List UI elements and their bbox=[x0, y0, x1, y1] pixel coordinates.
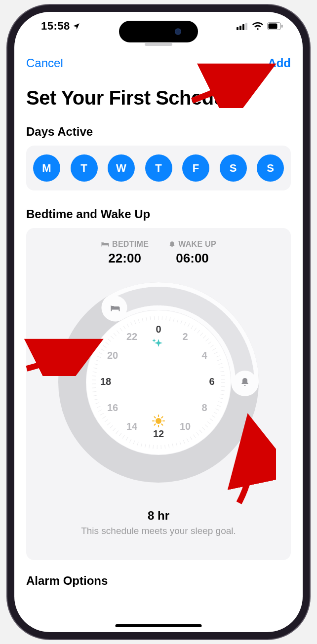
sleep-heading: Bedtime and Wake Up bbox=[26, 207, 291, 221]
day-toggle-sat[interactable]: S bbox=[220, 154, 247, 182]
home-indicator[interactable] bbox=[116, 624, 202, 627]
hour-16: 16 bbox=[107, 402, 118, 413]
dynamic-island bbox=[119, 21, 198, 42]
svg-line-16 bbox=[155, 417, 156, 418]
svg-rect-3 bbox=[245, 23, 247, 30]
svg-rect-0 bbox=[237, 27, 238, 30]
sleep-goal-message: This schedule meets your sleep goal. bbox=[33, 526, 284, 536]
svg-line-17 bbox=[161, 417, 162, 418]
page-title: Set Your First Schedule bbox=[26, 87, 291, 109]
days-card: M T W T F S S bbox=[26, 146, 291, 190]
add-button[interactable]: Add bbox=[268, 56, 291, 70]
hour-14: 14 bbox=[126, 421, 138, 432]
nav-bar: Cancel Add bbox=[14, 48, 303, 78]
sleep-card: BEDTIME 22:00 WAKE UP 06:00 bbox=[26, 228, 291, 560]
hour-18: 18 bbox=[100, 376, 111, 387]
hour-2: 2 bbox=[182, 331, 188, 342]
sleep-duration: 8 hr bbox=[33, 509, 284, 523]
bedtime-readout: BEDTIME 22:00 bbox=[101, 240, 149, 266]
battery-icon bbox=[267, 22, 283, 30]
bell-icon bbox=[168, 241, 176, 248]
hour-6: 6 bbox=[209, 376, 214, 387]
sun-icon bbox=[153, 415, 164, 427]
status-time: 15:58 bbox=[41, 20, 80, 33]
cellular-icon bbox=[237, 22, 248, 30]
day-toggle-sun[interactable]: S bbox=[257, 154, 284, 182]
day-toggle-thu[interactable]: T bbox=[145, 154, 172, 182]
wakeup-label: WAKE UP bbox=[178, 240, 216, 249]
svg-rect-1 bbox=[239, 26, 241, 30]
hour-12: 12 bbox=[153, 428, 164, 439]
bedtime-value: 22:00 bbox=[101, 251, 149, 266]
phone-frame: 15:58 Cancel Add Set Your First Schedule… bbox=[7, 5, 310, 639]
status-time-text: 15:58 bbox=[41, 20, 70, 33]
sleep-dial[interactable]: 0 2 4 6 8 10 12 14 16 18 20 bbox=[55, 279, 262, 486]
hour-22: 22 bbox=[126, 331, 137, 342]
wakeup-handle[interactable] bbox=[233, 371, 257, 394]
bedtime-handle[interactable] bbox=[104, 296, 127, 319]
wakeup-readout: WAKE UP 06:00 bbox=[168, 240, 216, 266]
hour-20: 20 bbox=[107, 350, 118, 361]
hour-8: 8 bbox=[201, 402, 207, 413]
bedtime-label: BEDTIME bbox=[112, 240, 149, 249]
location-icon bbox=[72, 22, 80, 31]
content: Set Your First Schedule Days Active M T … bbox=[14, 78, 303, 588]
screen: 15:58 Cancel Add Set Your First Schedule… bbox=[14, 12, 303, 632]
hour-10: 10 bbox=[180, 421, 191, 432]
svg-line-18 bbox=[155, 424, 156, 425]
day-toggle-mon[interactable]: M bbox=[33, 154, 60, 182]
svg-rect-2 bbox=[242, 24, 244, 30]
cancel-button[interactable]: Cancel bbox=[26, 56, 63, 70]
hour-0: 0 bbox=[156, 324, 161, 335]
alarm-heading: Alarm Options bbox=[26, 574, 291, 588]
svg-rect-6 bbox=[281, 25, 283, 28]
bed-icon bbox=[101, 241, 110, 248]
svg-point-11 bbox=[156, 418, 161, 424]
svg-rect-5 bbox=[269, 24, 277, 29]
wakeup-value: 06:00 bbox=[168, 251, 216, 266]
hour-4: 4 bbox=[201, 350, 207, 361]
day-toggle-fri[interactable]: F bbox=[182, 154, 209, 182]
days-heading: Days Active bbox=[26, 125, 291, 139]
day-toggle-wed[interactable]: W bbox=[108, 154, 135, 182]
day-toggle-tue[interactable]: T bbox=[71, 154, 98, 182]
wifi-icon bbox=[252, 22, 263, 30]
svg-line-19 bbox=[161, 424, 162, 425]
